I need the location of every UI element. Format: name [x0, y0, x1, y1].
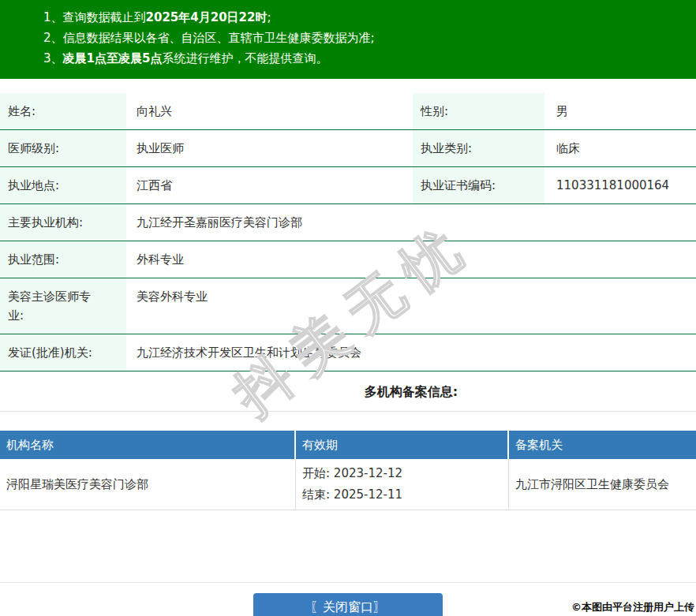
validity-cell: 开始: 2023-12-12 结束: 2025-12-11	[296, 459, 509, 510]
validity-end: 结束: 2025-12-11	[302, 484, 502, 506]
main-institution-label: 主要执业机构:	[0, 204, 126, 241]
notice-line-1: 1、查询数据截止到2025年4月20日22时;	[43, 7, 680, 28]
practice-scope-label: 执业范围:	[0, 241, 126, 278]
doctor-level-value: 执业医师	[126, 130, 413, 167]
filing-table: 机构名称 有效期 备案机关 浔阳星瑞美医疗美容门诊部 开始: 2023-12-1…	[0, 431, 696, 510]
practice-location-value: 江西省	[126, 167, 413, 204]
section-divider	[0, 411, 696, 412]
practice-category-label: 执业类别:	[413, 130, 544, 167]
notice-1-suffix: ;	[267, 10, 271, 24]
filing-authority-header: 备案机关	[509, 431, 696, 459]
notice-3-suffix: 系统进行维护，不能提供查询。	[162, 51, 327, 65]
table-row: 美容主诊医师专业: 美容外科专业	[0, 278, 696, 334]
main-institution-value: 九江经开圣嘉丽医疗美容门诊部	[126, 204, 696, 241]
table-row: 发证(批准)机关: 九江经济技术开发区卫生和计划生育委员会	[0, 334, 696, 371]
table-row: 执业范围: 外科专业	[0, 241, 696, 278]
filing-authority-cell: 九江市浔阳区卫生健康委员会	[509, 459, 696, 510]
cosmetic-specialty-value: 美容外科专业	[126, 278, 696, 334]
filing-section-title: 多机构备案信息:	[126, 384, 696, 399]
org-name-cell: 浔阳星瑞美医疗美容门诊部	[0, 459, 296, 510]
table-row: 姓名: 向礼兴 性别: 男	[0, 93, 696, 130]
table-row: 执业地点: 江西省 执业证书编码: 110331181000164	[0, 167, 696, 204]
notice-3-text: 3、	[43, 51, 63, 65]
notice-banner: 1、查询数据截止到2025年4月20日22时; 2、信息数据结果以各省、自治区、…	[0, 0, 696, 79]
issuing-authority-label: 发证(批准)机关:	[0, 334, 126, 371]
filing-data-row: 浔阳星瑞美医疗美容门诊部 开始: 2023-12-12 结束: 2025-12-…	[0, 459, 696, 510]
filing-header-row: 机构名称 有效期 备案机关	[0, 431, 696, 459]
end-label: 结束:	[302, 487, 330, 502]
start-label: 开始:	[302, 466, 330, 480]
practice-scope-value: 外科专业	[126, 241, 696, 278]
notice-2-text: 2、信息数据结果以各省、自治区、直辖市卫生健康委数据为准;	[43, 31, 375, 45]
footer-divider	[0, 582, 696, 583]
gender-value: 男	[544, 93, 696, 130]
table-row: 主要执业机构: 九江经开圣嘉丽医疗美容门诊部	[0, 204, 696, 241]
practice-location-label: 执业地点:	[0, 167, 126, 204]
end-date: 2025-12-11	[334, 487, 402, 502]
practice-category-value: 临床	[544, 130, 696, 167]
name-value: 向礼兴	[126, 93, 413, 130]
close-window-button[interactable]: 〖关闭窗口〗	[253, 593, 443, 616]
validity-header: 有效期	[296, 431, 509, 459]
cosmetic-specialty-label: 美容主诊医师专业:	[0, 278, 126, 334]
notice-line-3: 3、凌晨1点至凌晨5点系统进行维护，不能提供查询。	[43, 48, 680, 69]
validity-start: 开始: 2023-12-12	[302, 463, 502, 484]
certificate-number-label: 执业证书编码:	[413, 167, 544, 204]
certificate-number-value: 110331181000164	[544, 167, 696, 204]
name-label: 姓名:	[0, 93, 126, 130]
issuing-authority-value: 九江经济技术开发区卫生和计划生育委员会	[126, 334, 696, 371]
notice-3-bold: 凌晨1点至凌晨5点	[63, 51, 163, 65]
doctor-level-label: 医师级别:	[0, 130, 126, 167]
notice-1-bold: 2025年4月20日22时	[146, 10, 268, 24]
table-row: 医师级别: 执业医师 执业类别: 临床	[0, 130, 696, 167]
practitioner-info-table: 姓名: 向礼兴 性别: 男 医师级别: 执业医师 执业类别: 临床 执业地点: …	[0, 93, 696, 371]
upload-credit-text: ©本图由平台注册用户上传	[571, 600, 694, 614]
gender-label: 性别:	[413, 93, 544, 130]
notice-line-2: 2、信息数据结果以各省、自治区、直辖市卫生健康委数据为准;	[43, 28, 680, 48]
start-date: 2023-12-12	[334, 466, 402, 480]
notice-1-text: 1、查询数据截止到	[43, 10, 146, 24]
org-name-header: 机构名称	[0, 431, 296, 459]
